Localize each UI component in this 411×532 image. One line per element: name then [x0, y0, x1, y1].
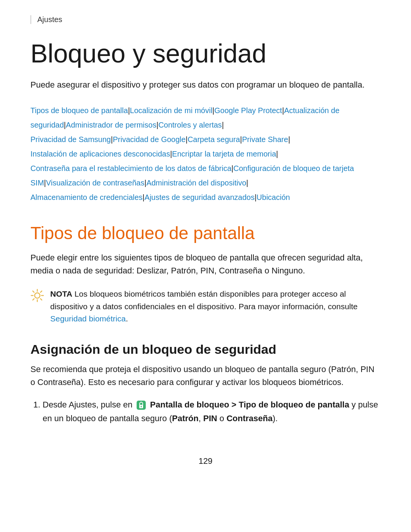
note-suffix: . [126, 314, 128, 323]
toc-link-contrasena-fabrica[interactable]: Contraseña para el restablecimiento de l… [30, 164, 231, 173]
gear-icon [30, 289, 44, 302]
toc-link-ajustes-avanzados[interactable]: Ajustes de seguridad avanzados [145, 193, 255, 201]
section2-body: Se recomienda que proteja el dispositivo… [30, 363, 381, 389]
steps-list: Desde Ajustes, pulse en Pantalla de bloq… [30, 398, 381, 426]
toc-link-admin-dispositivo[interactable]: Administración del dispositivo [147, 179, 246, 187]
toc-link-private-share[interactable]: Private Share [242, 135, 288, 144]
lock-icon [136, 400, 147, 411]
svg-line-8 [33, 299, 34, 300]
breadcrumb-label: Ajustes [37, 15, 62, 24]
toc-link-almacenamiento[interactable]: Almacenamiento de credenciales [30, 193, 143, 201]
page-number: 129 [30, 456, 381, 466]
toc-link-carpeta[interactable]: Carpeta segura [188, 135, 240, 144]
toc-link-controles[interactable]: Controles y alertas [158, 121, 222, 129]
note-icon [30, 289, 44, 302]
toc-link-visualizacion[interactable]: Visualización de contraseñas [46, 179, 145, 187]
note-link-biometrica[interactable]: Seguridad biométrica [50, 314, 126, 323]
toc-link-privacidad-samsung[interactable]: Privacidad de Samsung [30, 135, 111, 144]
section1-body: Puede elegir entre los siguientes tipos … [30, 251, 381, 277]
breadcrumb: Ajustes [30, 15, 381, 24]
note-content: NOTA Los bloqueos biométricos también es… [50, 288, 381, 325]
toc-link-encriptar[interactable]: Encriptar la tarjeta de memoria [172, 150, 276, 158]
toc-link-instalacion[interactable]: Instalación de aplicaciones desconocidas [30, 150, 170, 158]
step1-text-before: Desde Ajustes, pulse en [43, 400, 135, 409]
toc-link-google-play[interactable]: Google Play Protect [214, 106, 282, 115]
toc-links: Tipos de bloqueo de pantalla|Localizació… [30, 103, 381, 204]
note-text: Los bloqueos biométricos también están d… [50, 289, 358, 311]
note-box: NOTA Los bloqueos biométricos también es… [30, 288, 381, 325]
svg-line-6 [40, 299, 42, 300]
intro-text: Puede asegurar el dispositivo y proteger… [30, 78, 381, 91]
step-1: Desde Ajustes, pulse en Pantalla de bloq… [43, 398, 381, 426]
section1-title: Tipos de bloqueo de pantalla [30, 223, 381, 244]
svg-line-7 [40, 291, 42, 292]
section2-title: Asignación de un bloqueo de seguridad [30, 342, 381, 357]
toc-link-tipos-bloqueo[interactable]: Tipos de bloqueo de pantalla [30, 106, 128, 115]
toc-link-administrador[interactable]: Administrador de permisos [66, 121, 156, 129]
toc-link-localizacion[interactable]: Localización de mi móvil [130, 106, 212, 115]
page-title: Bloqueo y seguridad [30, 39, 381, 68]
svg-point-0 [35, 293, 40, 298]
svg-rect-12 [141, 407, 142, 408]
note-prefix: NOTA [50, 289, 72, 298]
svg-line-5 [33, 291, 34, 292]
toc-link-ubicacion[interactable]: Ubicación [256, 193, 290, 201]
toc-link-privacidad-google[interactable]: Privacidad de Google [113, 135, 185, 144]
